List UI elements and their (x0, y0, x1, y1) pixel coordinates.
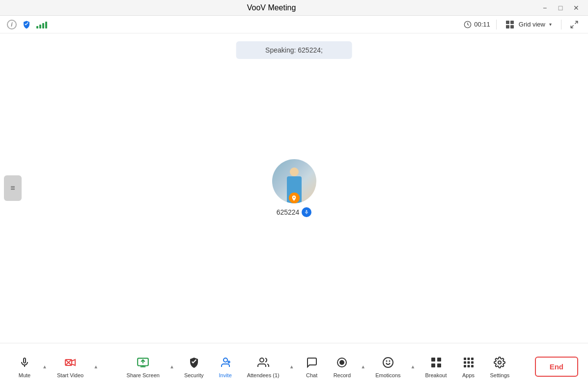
apps-label: Apps (462, 372, 475, 378)
signal-bars (36, 21, 47, 28)
user-name-text: 625224 (277, 208, 300, 216)
breakout-label: Breakout (425, 372, 447, 378)
breakout-icon (429, 356, 443, 369)
speaking-text: Speaking: 625224; (265, 46, 323, 54)
record-caret[interactable]: ▲ (359, 357, 367, 377)
svg-point-30 (498, 361, 501, 364)
emoticons-caret[interactable]: ▲ (409, 357, 418, 377)
svg-rect-26 (471, 361, 474, 363)
mute-caret[interactable]: ▲ (40, 357, 49, 377)
app-title: VooV Meeting (247, 3, 296, 12)
end-button[interactable]: End (535, 357, 578, 377)
apps-button[interactable]: Apps (454, 352, 483, 382)
start-video-label: Start Video (57, 372, 84, 378)
video-caret[interactable]: ▲ (91, 357, 100, 377)
user-avatar-container (272, 159, 316, 203)
divider2 (561, 20, 561, 29)
window-controls: − □ ✕ (538, 1, 583, 15)
video-icon (63, 356, 77, 369)
grid-view-label: Grid view (519, 21, 545, 28)
infobar-left: i (7, 20, 47, 29)
toolbar-right: End (535, 357, 578, 377)
svg-rect-29 (471, 365, 474, 367)
share-screen-icon (136, 356, 150, 369)
user-label: 625224 (277, 207, 312, 217)
svg-rect-24 (464, 361, 466, 363)
infobar: i 00:11 Grid view ▾ (0, 16, 588, 33)
chat-icon (305, 356, 319, 369)
attendees-icon (256, 356, 270, 369)
sidebar-toggle-icon: ≡ (10, 184, 15, 193)
toolbar-left: Mute ▲ Start Video ▲ (10, 352, 101, 382)
invite-button[interactable]: Invite (211, 352, 240, 382)
shield-icon[interactable] (22, 20, 31, 29)
svg-rect-18 (437, 358, 441, 362)
speaking-banner: Speaking: 625224; (236, 41, 352, 59)
attendees-label: Attendees (1) (247, 372, 280, 378)
mute-icon (18, 356, 31, 369)
record-button[interactable]: Record (327, 352, 358, 382)
record-label: Record (334, 372, 351, 378)
svg-rect-25 (467, 361, 470, 363)
grid-view-icon (506, 21, 514, 28)
attendees-caret[interactable]: ▲ (287, 357, 296, 377)
security-icon (187, 356, 201, 369)
settings-label: Settings (490, 372, 510, 378)
security-button[interactable]: Security (177, 352, 211, 382)
svg-point-13 (340, 361, 344, 364)
restore-button[interactable]: □ (554, 1, 567, 15)
invite-label: Invite (219, 372, 231, 378)
record-icon (335, 356, 349, 369)
share-screen-caret[interactable]: ▲ (168, 357, 176, 377)
settings-icon (493, 356, 506, 369)
apps-icon (462, 356, 476, 369)
meeting-timer: 00:11 (474, 21, 490, 28)
mute-label: Mute (19, 372, 30, 378)
emoticons-button[interactable]: Emoticons (368, 352, 407, 382)
share-screen-button[interactable]: Share Screen (120, 352, 167, 382)
svg-point-14 (383, 358, 393, 367)
minimize-button[interactable]: − (538, 1, 552, 15)
security-label: Security (184, 372, 204, 378)
infobar-right: 00:11 Grid view ▾ (464, 18, 581, 31)
breakout-button[interactable]: Breakout (419, 352, 454, 382)
svg-rect-19 (431, 363, 435, 367)
attendees-button[interactable]: Attendees (1) (240, 352, 286, 382)
toolbar: Mute ▲ Start Video ▲ Share Screen ▲ (0, 343, 588, 390)
fullscreen-button[interactable] (567, 18, 581, 31)
svg-rect-28 (467, 365, 470, 367)
invite-icon (219, 356, 232, 369)
svg-rect-23 (471, 358, 474, 360)
chat-label: Chat (306, 372, 317, 378)
mute-button[interactable]: Mute (10, 352, 39, 382)
toolbar-center: Share Screen ▲ Security Invite Attendees… (101, 352, 534, 382)
svg-rect-20 (437, 363, 441, 367)
mic-active-badge (302, 207, 311, 217)
settings-button[interactable]: Settings (483, 352, 517, 382)
chat-button[interactable]: Chat (297, 352, 327, 382)
divider (496, 20, 497, 29)
main-content: Speaking: 625224; ≡ 625224 (0, 33, 588, 343)
grid-view-button[interactable]: Grid view ▾ (503, 19, 555, 30)
svg-rect-21 (464, 358, 466, 360)
host-badge (289, 193, 300, 203)
emoticons-icon (381, 356, 395, 369)
svg-point-11 (260, 358, 264, 362)
svg-rect-27 (464, 365, 466, 367)
svg-rect-17 (431, 358, 435, 362)
sidebar-toggle-button[interactable]: ≡ (4, 175, 22, 201)
svg-line-1 (575, 21, 578, 24)
timer-section: 00:11 (464, 21, 490, 28)
avatar-area: 625224 (272, 159, 316, 217)
info-icon[interactable]: i (7, 20, 17, 29)
titlebar: VooV Meeting − □ ✕ (0, 0, 588, 16)
clock-icon (464, 21, 472, 28)
share-screen-label: Share Screen (127, 372, 160, 378)
close-button[interactable]: ✕ (569, 1, 583, 15)
svg-rect-22 (467, 358, 470, 360)
svg-line-2 (571, 25, 573, 28)
svg-marker-6 (72, 360, 75, 365)
start-video-button[interactable]: Start Video (50, 352, 90, 382)
svg-point-8 (224, 358, 227, 362)
grid-view-arrow: ▾ (549, 22, 552, 27)
